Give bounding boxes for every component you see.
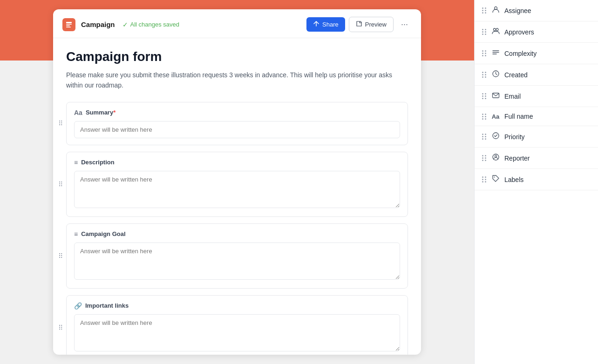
reporter-drag-handle bbox=[482, 155, 487, 161]
description-label: ≡ Description bbox=[74, 159, 400, 166]
reporter-icon bbox=[491, 153, 500, 163]
complexity-icon bbox=[491, 48, 500, 58]
approvers-icon bbox=[491, 27, 500, 37]
summary-icon: Aa bbox=[74, 109, 82, 116]
assignee-label: Assignee bbox=[504, 7, 531, 14]
sidebar-item-created[interactable]: Created bbox=[475, 64, 598, 86]
sidebar-item-labels[interactable]: Labels bbox=[475, 169, 598, 190]
svg-rect-2 bbox=[66, 25, 70, 26]
complexity-label: Complexity bbox=[504, 50, 537, 57]
svg-point-12 bbox=[493, 133, 499, 139]
svg-rect-1 bbox=[66, 24, 72, 25]
saved-text: All changes saved bbox=[130, 21, 180, 28]
sidebar-item-assignee[interactable]: Assignee bbox=[475, 0, 598, 21]
labels-drag-handle bbox=[482, 176, 487, 182]
more-options-button[interactable]: ··· bbox=[397, 18, 412, 31]
important-links-section: ⠿ 🔗 Important links bbox=[66, 295, 408, 355]
email-icon bbox=[491, 91, 500, 101]
saved-indicator: ✓ All changes saved bbox=[122, 21, 180, 28]
share-button[interactable]: Share bbox=[306, 17, 345, 32]
sidebar-item-reporter[interactable]: Reporter bbox=[475, 148, 598, 169]
header-actions: Share Preview ··· bbox=[306, 17, 412, 32]
campaign-goal-drag-handle[interactable]: ⠿ bbox=[58, 252, 63, 260]
campaign-goal-label: ≡ Campaign Goal bbox=[74, 230, 400, 238]
priority-label: Priority bbox=[504, 133, 525, 141]
reporter-label: Reporter bbox=[504, 155, 530, 162]
labels-icon bbox=[491, 175, 500, 184]
campaign-goal-label-text: Campaign Goal bbox=[81, 230, 125, 237]
important-links-input[interactable] bbox=[74, 314, 400, 351]
form-container: Campaign ✓ All changes saved Share bbox=[53, 9, 421, 355]
form-icon bbox=[62, 18, 75, 31]
approvers-label: Approvers bbox=[504, 28, 534, 36]
full-name-icon: Aa bbox=[491, 113, 500, 120]
description-label-text: Description bbox=[81, 159, 115, 166]
preview-icon bbox=[356, 20, 362, 28]
description-drag-handle[interactable]: ⠿ bbox=[58, 181, 63, 188]
full-name-drag-handle bbox=[482, 114, 487, 120]
description-icon: ≡ bbox=[74, 159, 78, 166]
email-label: Email bbox=[504, 93, 521, 100]
summary-section: ⠿ Aa Summary* bbox=[66, 102, 408, 145]
summary-input[interactable] bbox=[74, 121, 400, 138]
form-description: Please make sure you submit these illust… bbox=[66, 70, 408, 91]
svg-rect-3 bbox=[66, 27, 71, 27]
full-name-label: Full name bbox=[504, 113, 533, 120]
summary-label-text: Summary* bbox=[86, 109, 116, 116]
form-header: Campaign ✓ All changes saved Share bbox=[53, 9, 421, 38]
priority-drag-handle bbox=[482, 134, 487, 140]
important-links-drag-handle[interactable]: ⠿ bbox=[58, 324, 63, 331]
sidebar-item-approvers[interactable]: Approvers bbox=[475, 21, 598, 43]
form-body: Campaign form Please make sure you submi… bbox=[53, 38, 421, 355]
sidebar: Assignee Approvers Complexity bbox=[474, 0, 598, 364]
svg-point-5 bbox=[493, 28, 496, 31]
main-area: Campaign ✓ All changes saved Share bbox=[0, 0, 474, 364]
link-icon: 🔗 bbox=[74, 302, 82, 310]
sidebar-item-email[interactable]: Email bbox=[475, 86, 598, 107]
approvers-drag-handle bbox=[482, 29, 487, 35]
created-label: Created bbox=[504, 71, 528, 79]
sidebar-item-priority[interactable]: Priority bbox=[475, 126, 598, 148]
description-section: ⠿ ≡ Description bbox=[66, 152, 408, 217]
labels-label: Labels bbox=[504, 176, 523, 183]
summary-label: Aa Summary* bbox=[74, 109, 400, 116]
svg-point-14 bbox=[495, 155, 496, 157]
assignee-drag-handle bbox=[482, 7, 487, 13]
svg-rect-0 bbox=[66, 22, 72, 23]
priority-icon bbox=[491, 132, 500, 142]
clock-icon bbox=[491, 70, 500, 80]
required-star: * bbox=[113, 109, 116, 116]
campaign-goal-section: ⠿ ≡ Campaign Goal bbox=[66, 223, 408, 289]
complexity-drag-handle bbox=[482, 50, 487, 56]
campaign-goal-icon: ≡ bbox=[74, 230, 78, 238]
created-drag-handle bbox=[482, 72, 487, 78]
email-drag-handle bbox=[482, 93, 487, 99]
form-name-label: Campaign bbox=[81, 20, 115, 28]
sidebar-item-complexity[interactable]: Complexity bbox=[475, 43, 598, 64]
sidebar-item-full-name[interactable]: Aa Full name bbox=[475, 107, 598, 126]
summary-drag-handle[interactable]: ⠿ bbox=[58, 120, 63, 127]
assignee-icon bbox=[491, 6, 500, 15]
important-links-label: 🔗 Important links bbox=[74, 302, 400, 310]
campaign-goal-input[interactable] bbox=[74, 243, 400, 280]
share-icon bbox=[313, 20, 319, 28]
svg-point-6 bbox=[496, 28, 498, 31]
preview-button[interactable]: Preview bbox=[349, 17, 394, 32]
check-icon: ✓ bbox=[122, 21, 128, 28]
important-links-label-text: Important links bbox=[85, 302, 129, 309]
description-input[interactable] bbox=[74, 171, 400, 208]
form-main-title: Campaign form bbox=[66, 49, 408, 64]
svg-point-15 bbox=[494, 177, 495, 178]
